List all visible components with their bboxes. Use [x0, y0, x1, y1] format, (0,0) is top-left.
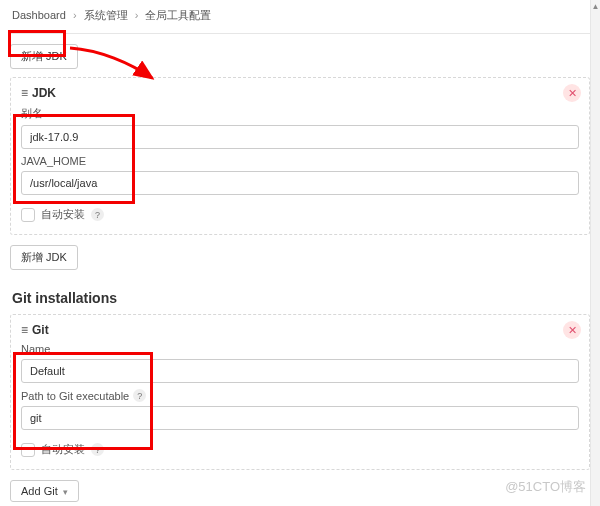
auto-install-checkbox[interactable] [21, 443, 35, 457]
add-jdk-button-bottom[interactable]: 新增 JDK [10, 245, 78, 270]
git-path-input[interactable] [21, 406, 579, 430]
remove-git-button[interactable]: ✕ [563, 321, 581, 339]
vertical-scrollbar[interactable]: ▲ [590, 0, 600, 506]
chevron-right-icon: › [135, 9, 139, 21]
close-icon: ✕ [568, 87, 577, 100]
alias-label: 别名 [21, 106, 579, 121]
divider [10, 33, 590, 34]
java-home-label: JAVA_HOME [21, 155, 579, 167]
auto-install-checkbox[interactable] [21, 208, 35, 222]
help-icon[interactable]: ? [91, 208, 104, 221]
auto-install-label: 自动安装 [41, 442, 85, 457]
java-home-input[interactable] [21, 171, 579, 195]
close-icon: ✕ [568, 324, 577, 337]
git-path-label: Path to Git executable ? [21, 389, 579, 402]
jdk-section: ≡ JDK ✕ 别名 JAVA_HOME 自动安装 ? [10, 77, 590, 235]
breadcrumb-item[interactable]: Dashboard [12, 9, 66, 21]
breadcrumb-item[interactable]: 系统管理 [84, 9, 128, 21]
jdk-alias-input[interactable] [21, 125, 579, 149]
git-name-input[interactable] [21, 359, 579, 383]
git-name-label: Name [21, 343, 579, 355]
drag-handle-icon[interactable]: ≡ [21, 323, 26, 337]
section-title: Git [32, 323, 49, 337]
git-installations-heading: Git installations [12, 290, 590, 306]
breadcrumb: Dashboard › 系统管理 › 全局工具配置 [10, 6, 590, 31]
help-icon[interactable]: ? [133, 389, 146, 402]
remove-jdk-button[interactable]: ✕ [563, 84, 581, 102]
git-section: ≡ Git ✕ Name Path to Git executable ? 自动… [10, 314, 590, 470]
chevron-right-icon: › [73, 9, 77, 21]
scroll-up-icon[interactable]: ▲ [591, 0, 600, 12]
drag-handle-icon[interactable]: ≡ [21, 86, 26, 100]
add-git-button[interactable]: Add Git [10, 480, 79, 502]
section-title: JDK [32, 86, 56, 100]
add-jdk-button[interactable]: 新增 JDK [10, 44, 78, 69]
auto-install-label: 自动安装 [41, 207, 85, 222]
breadcrumb-item[interactable]: 全局工具配置 [145, 9, 211, 21]
help-icon[interactable]: ? [91, 443, 104, 456]
